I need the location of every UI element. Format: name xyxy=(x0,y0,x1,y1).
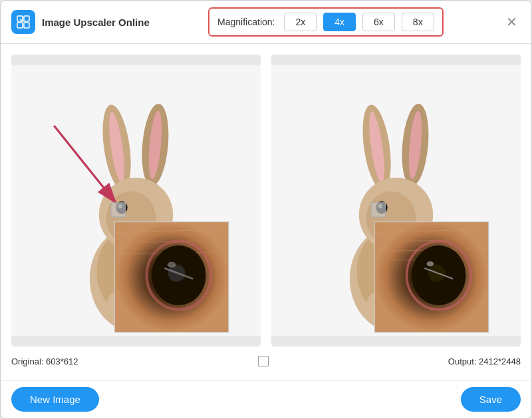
mag-6x-button[interactable]: 6x xyxy=(362,13,395,31)
header-left: Image Upscaler Online xyxy=(11,10,150,34)
app-window: Image Upscaler Online Magnification: 2x … xyxy=(0,0,532,419)
close-button[interactable]: ✕ xyxy=(502,13,521,31)
bottom-info-bar: Original: 603*612 Output: 2412*2448 xyxy=(11,352,521,369)
svg-rect-1 xyxy=(17,23,23,28)
images-row xyxy=(11,55,521,347)
svg-rect-3 xyxy=(24,23,29,28)
mag-8x-button[interactable]: 8x xyxy=(402,13,434,31)
mag-4x-button[interactable]: 4x xyxy=(323,13,356,31)
original-image-panel[interactable] xyxy=(11,55,261,347)
original-info: Original: 603*612 xyxy=(11,356,78,366)
header: Image Upscaler Online Magnification: 2x … xyxy=(1,1,531,44)
magnification-label: Magnification: xyxy=(217,17,275,27)
svg-point-60 xyxy=(427,261,434,267)
svg-point-32 xyxy=(168,262,176,268)
output-info: Output: 2412*2448 xyxy=(448,356,521,366)
magnification-bar: Magnification: 2x 4x 6x 8x xyxy=(208,7,444,37)
svg-rect-2 xyxy=(24,16,29,21)
main-content: Original: 603*612 Output: 2412*2448 xyxy=(1,44,531,380)
original-image-svg xyxy=(11,55,261,347)
footer: New Image Save xyxy=(1,380,531,418)
mag-2x-button[interactable]: 2x xyxy=(284,13,317,31)
svg-rect-22 xyxy=(111,203,125,217)
app-icon xyxy=(11,10,35,34)
app-title: Image Upscaler Online xyxy=(42,17,150,28)
output-image-svg xyxy=(271,55,521,347)
center-square-icon xyxy=(258,356,269,366)
save-button[interactable]: Save xyxy=(461,387,521,412)
output-image-panel[interactable] xyxy=(271,55,521,347)
new-image-button[interactable]: New Image xyxy=(11,387,99,412)
svg-rect-49 xyxy=(371,203,385,217)
